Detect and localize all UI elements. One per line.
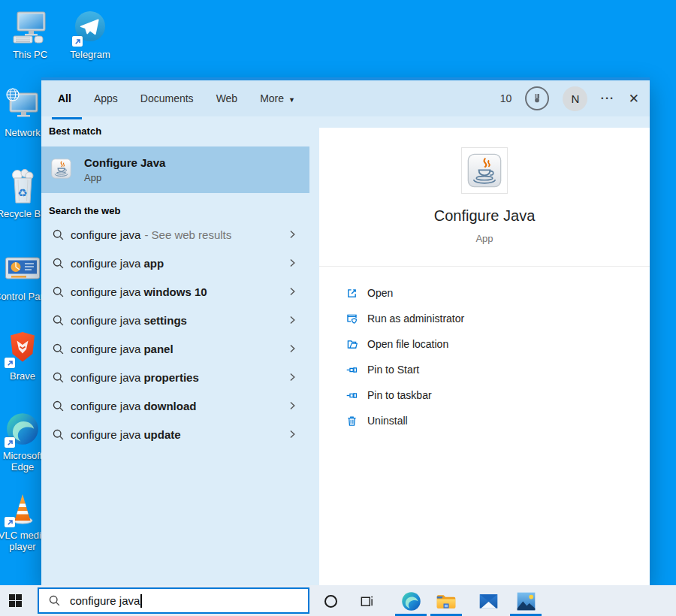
suggestion-row[interactable]: configure javaupdate bbox=[41, 420, 309, 448]
best-match-item[interactable]: Configure Java App bbox=[41, 146, 309, 193]
photos-taskbar-button[interactable] bbox=[515, 590, 536, 611]
shortcut-arrow-icon bbox=[5, 517, 15, 527]
task-view-icon bbox=[360, 594, 374, 608]
mail-icon bbox=[478, 591, 499, 611]
tab-web[interactable]: Web bbox=[216, 92, 238, 104]
header-controls: 10 N ••• ✕ bbox=[500, 80, 639, 116]
results-list: Best match Configure Java App Sear bbox=[41, 116, 309, 585]
cortana-icon bbox=[324, 595, 337, 608]
mail-taskbar-button[interactable] bbox=[478, 590, 499, 611]
telegram-icon bbox=[62, 9, 119, 47]
suggestion-row[interactable]: configure java- See web results bbox=[41, 220, 309, 249]
shortcut-arrow-icon bbox=[5, 358, 15, 368]
shortcut-arrow-icon bbox=[5, 437, 15, 448]
tab-apps[interactable]: Apps bbox=[94, 92, 118, 104]
search-icon bbox=[48, 594, 61, 607]
desktop-icon-telegram[interactable]: Telegram bbox=[62, 9, 119, 60]
desktop-icon-this-pc[interactable]: This PC bbox=[2, 9, 59, 60]
close-button[interactable]: ✕ bbox=[629, 91, 639, 107]
action-open-file-location[interactable]: Open file location bbox=[319, 331, 650, 357]
chevron-down-icon: ▼ bbox=[288, 96, 295, 104]
action-pin-to-taskbar[interactable]: Pin to taskbar bbox=[319, 382, 650, 408]
chevron-right-icon bbox=[287, 429, 297, 439]
action-list: Open Run as administrator Open file loca… bbox=[319, 280, 650, 433]
account-avatar[interactable]: N bbox=[563, 86, 587, 111]
java-app-icon bbox=[51, 159, 71, 182]
action-uninstall[interactable]: Uninstall bbox=[319, 408, 650, 433]
pin-icon bbox=[346, 364, 358, 376]
chevron-right-icon bbox=[287, 400, 297, 411]
desktop-icon-label: Telegram bbox=[62, 49, 119, 60]
desktop-icon-label: This PC bbox=[2, 49, 59, 60]
suggestion-row[interactable]: configure javaproperties bbox=[41, 363, 309, 391]
file-explorer-taskbar-button[interactable] bbox=[436, 590, 457, 611]
preview-subtitle: App bbox=[319, 233, 650, 244]
web-suggestions: configure java- See web results configur… bbox=[41, 220, 309, 448]
search-icon bbox=[52, 371, 65, 384]
divider bbox=[319, 266, 650, 267]
search-icon bbox=[52, 257, 65, 270]
recycle-symbol-icon: ♻ bbox=[17, 186, 27, 200]
search-icon bbox=[52, 285, 65, 298]
pin-icon bbox=[346, 389, 358, 402]
suggestion-row[interactable]: configure javapanel bbox=[41, 334, 309, 363]
search-icon bbox=[52, 400, 65, 412]
taskbar-search-input[interactable]: configure java bbox=[38, 587, 309, 614]
suggestion-row[interactable]: configure javawindows 10 bbox=[41, 277, 309, 306]
edge-taskbar-button[interactable] bbox=[400, 590, 421, 611]
shortcut-arrow-icon bbox=[72, 36, 83, 47]
best-match-title: Configure Java bbox=[84, 156, 165, 169]
preview-panel: Configure Java App Open Run as administr… bbox=[319, 128, 650, 585]
window-header: All Apps Documents Web More▼ 10 N ••• ✕ bbox=[41, 80, 650, 116]
action-run-as-administrator[interactable]: Run as administrator bbox=[319, 306, 650, 331]
search-icon bbox=[52, 314, 65, 327]
action-open[interactable]: Open bbox=[319, 280, 650, 306]
action-pin-to-start[interactable]: Pin to Start bbox=[319, 357, 650, 382]
suggestion-row[interactable]: configure javasettings bbox=[41, 306, 309, 334]
suggestion-row[interactable]: configure javaapp bbox=[41, 249, 309, 277]
search-icon bbox=[52, 428, 65, 441]
more-options-button[interactable]: ••• bbox=[601, 95, 614, 102]
trash-icon bbox=[346, 415, 358, 427]
chevron-right-icon bbox=[287, 315, 297, 325]
search-query-text: configure java bbox=[70, 594, 140, 607]
preview-app-icon bbox=[461, 147, 508, 194]
edge-icon bbox=[401, 591, 421, 611]
search-icon bbox=[52, 343, 65, 355]
rewards-count: 10 bbox=[500, 92, 512, 104]
tab-more[interactable]: More▼ bbox=[260, 92, 295, 104]
tab-all[interactable]: All bbox=[58, 92, 71, 104]
tab-documents[interactable]: Documents bbox=[140, 92, 194, 104]
search-icon bbox=[52, 228, 65, 241]
taskbar: configure java bbox=[0, 585, 676, 616]
search-web-section-label: Search the web bbox=[49, 205, 120, 216]
chevron-right-icon bbox=[287, 229, 297, 240]
chevron-right-icon bbox=[287, 286, 297, 297]
rewards-medal-icon[interactable] bbox=[525, 86, 549, 110]
photos-icon bbox=[516, 591, 536, 611]
best-match-subtitle: App bbox=[84, 172, 165, 183]
preview-title: Configure Java bbox=[319, 207, 650, 225]
best-match-section-label: Best match bbox=[49, 125, 101, 137]
chevron-right-icon bbox=[287, 258, 297, 268]
start-button[interactable] bbox=[9, 594, 22, 607]
file-explorer-icon bbox=[436, 590, 457, 611]
cortana-button[interactable] bbox=[320, 590, 341, 611]
folder-icon bbox=[346, 338, 358, 351]
text-caret bbox=[140, 594, 142, 608]
task-view-button[interactable] bbox=[356, 590, 377, 611]
filter-tabs: All Apps Documents Web More▼ bbox=[58, 80, 295, 116]
chevron-right-icon bbox=[287, 372, 297, 382]
admin-shield-icon bbox=[346, 313, 358, 325]
search-window: All Apps Documents Web More▼ 10 N ••• ✕ … bbox=[41, 77, 650, 585]
suggestion-row[interactable]: configure javadownload bbox=[41, 391, 309, 420]
this-pc-icon bbox=[2, 9, 59, 47]
open-icon bbox=[346, 287, 358, 300]
chevron-right-icon bbox=[287, 343, 297, 354]
